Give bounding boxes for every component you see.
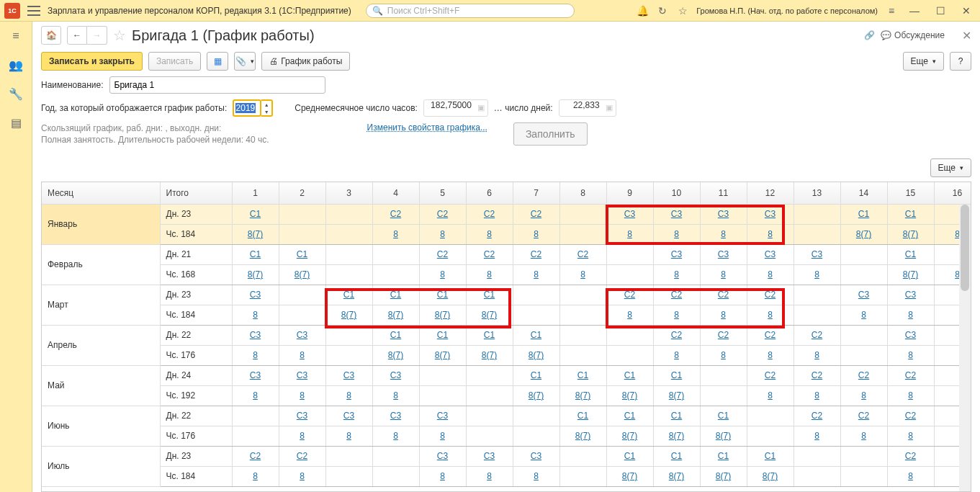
hours-cell[interactable]: [325, 466, 372, 486]
shift-cell[interactable]: С2: [794, 325, 840, 345]
shift-cell[interactable]: [466, 365, 513, 385]
shift-cell[interactable]: [232, 406, 279, 426]
hours-cell[interactable]: 8(7): [559, 426, 606, 446]
hours-cell[interactable]: [513, 305, 559, 325]
hours-cell[interactable]: 8(7): [513, 385, 559, 406]
shift-cell[interactable]: С3: [653, 204, 700, 224]
hours-cell[interactable]: 8: [232, 466, 279, 486]
shift-cell[interactable]: С2: [747, 285, 794, 305]
shift-cell[interactable]: С2: [887, 406, 934, 426]
shift-cell[interactable]: С3: [419, 446, 466, 466]
hours-cell[interactable]: [279, 224, 325, 244]
hours-cell[interactable]: 8(7): [840, 224, 887, 244]
hours-cell[interactable]: 8: [232, 385, 279, 406]
shift-cell[interactable]: С3: [419, 406, 466, 426]
hours-cell[interactable]: [794, 224, 840, 244]
table-row[interactable]: Чс. 18488(7)8(7)8(7)8(7)888888: [42, 305, 971, 325]
hours-cell[interactable]: 8: [466, 466, 513, 486]
hours-cell[interactable]: [466, 385, 513, 406]
table-row[interactable]: ИюньДн. 22С3С3С3С3С1С1С1С1С2С2С2: [42, 406, 971, 426]
shift-cell[interactable]: С1: [606, 365, 653, 385]
sidebar-doc-icon[interactable]: ▤: [9, 115, 23, 130]
bell-icon[interactable]: 🔔: [636, 4, 649, 17]
hours-cell[interactable]: 8: [747, 345, 794, 365]
shift-cell[interactable]: С3: [232, 325, 279, 345]
col-day-4[interactable]: 4: [372, 182, 419, 204]
table-row[interactable]: Чс. 17688888(7)8(7)8(7)8(7)888: [42, 426, 971, 446]
shift-cell[interactable]: С3: [325, 365, 372, 385]
shift-cell[interactable]: С2: [700, 325, 747, 345]
hours-cell[interactable]: 8(7): [606, 426, 653, 446]
hours-cell[interactable]: 8: [232, 345, 279, 365]
shift-cell[interactable]: С2: [840, 406, 887, 426]
name-input[interactable]: [109, 76, 325, 94]
hours-cell[interactable]: [559, 224, 606, 244]
table-row[interactable]: Чс. 184888888(7)8(7)8(7)8(7)8: [42, 466, 971, 486]
shift-cell[interactable]: С2: [653, 325, 700, 345]
shift-cell[interactable]: С3: [279, 406, 325, 426]
table-row[interactable]: МартДн. 23С3С1С1С1С1С2С2С2С2С3С3: [42, 285, 971, 305]
shift-cell[interactable]: С2: [419, 244, 466, 264]
hours-cell[interactable]: 8: [653, 345, 700, 365]
save-button[interactable]: Записать: [148, 52, 201, 71]
shift-cell[interactable]: С3: [700, 244, 747, 264]
shift-cell[interactable]: С2: [513, 204, 559, 224]
hours-cell[interactable]: 8: [279, 385, 325, 406]
shift-cell[interactable]: [559, 446, 606, 466]
shift-cell[interactable]: С2: [794, 406, 840, 426]
table-row[interactable]: АпрельДн. 22С3С3С1С1С1С1С2С2С2С2С3: [42, 325, 971, 345]
shift-cell[interactable]: С2: [513, 244, 559, 264]
hours-cell[interactable]: [372, 466, 419, 486]
hours-cell[interactable]: 8: [794, 426, 840, 446]
hours-cell[interactable]: 8: [887, 385, 934, 406]
table-row[interactable]: Чс. 1848(7)888888888(7)8(7)8: [42, 224, 971, 244]
shift-cell[interactable]: [279, 285, 325, 305]
hours-cell[interactable]: 8: [372, 385, 419, 406]
history-icon[interactable]: ↻: [656, 4, 669, 17]
favorite-icon[interactable]: ☆: [113, 27, 126, 44]
shift-cell[interactable]: [840, 325, 887, 345]
hours-cell[interactable]: [840, 466, 887, 486]
hours-cell[interactable]: 8: [653, 224, 700, 244]
hours-cell[interactable]: [794, 305, 840, 325]
current-user[interactable]: Громова Н.П. (Нач. отд. по работе с перс…: [696, 6, 878, 15]
shift-cell[interactable]: [372, 244, 419, 264]
hours-cell[interactable]: 8: [700, 305, 747, 325]
shift-cell[interactable]: С1: [232, 204, 279, 224]
col-day-13[interactable]: 13: [794, 182, 840, 204]
hours-cell[interactable]: 8: [700, 264, 747, 285]
hours-cell[interactable]: 8(7): [232, 224, 279, 244]
hours-cell[interactable]: 8: [887, 466, 934, 486]
hours-cell[interactable]: 8: [372, 426, 419, 446]
global-search[interactable]: 🔍 Поиск Ctrl+Shift+F: [366, 4, 575, 18]
panel-icon[interactable]: ≡: [885, 4, 898, 17]
shift-cell[interactable]: С1: [653, 406, 700, 426]
col-day-3[interactable]: 3: [325, 182, 372, 204]
hours-cell[interactable]: 8: [419, 466, 466, 486]
shift-cell[interactable]: С1: [279, 244, 325, 264]
shift-cell[interactable]: С2: [747, 365, 794, 385]
col-day-1[interactable]: 1: [232, 182, 279, 204]
col-total[interactable]: Итого: [160, 182, 232, 204]
menu-icon[interactable]: [27, 6, 40, 16]
hours-cell[interactable]: 8: [279, 345, 325, 365]
shift-cell[interactable]: [794, 204, 840, 224]
star-icon[interactable]: ☆: [676, 4, 689, 17]
home-button[interactable]: 🏠: [41, 26, 61, 45]
window-close[interactable]: ✕: [957, 5, 976, 17]
sidebar-menu-icon[interactable]: ≡: [9, 29, 23, 43]
shift-cell[interactable]: С3: [887, 285, 934, 305]
table-more-button[interactable]: Еще▾: [930, 158, 971, 177]
shift-cell[interactable]: С1: [466, 285, 513, 305]
back-button[interactable]: ←: [67, 26, 87, 45]
shift-cell[interactable]: С1: [466, 325, 513, 345]
hours-cell[interactable]: 8(7): [700, 426, 747, 446]
hours-cell[interactable]: 8(7): [419, 345, 466, 365]
hours-cell[interactable]: 8: [513, 224, 559, 244]
hours-cell[interactable]: [513, 426, 559, 446]
shift-cell[interactable]: [606, 244, 653, 264]
hours-cell[interactable]: 8: [840, 385, 887, 406]
col-day-9[interactable]: 9: [606, 182, 653, 204]
hours-cell[interactable]: 8(7): [466, 305, 513, 325]
shift-cell[interactable]: С1: [419, 325, 466, 345]
